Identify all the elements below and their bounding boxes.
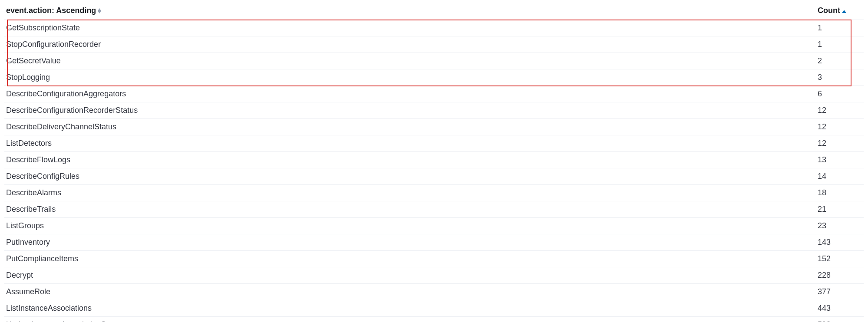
- cell-action: DescribeConfigurationAggregators: [4, 86, 816, 102]
- cell-count: 1: [816, 36, 864, 53]
- table-row[interactable]: ListDetectors12: [4, 135, 864, 152]
- column-header-action[interactable]: event.action: Ascending: [4, 3, 816, 20]
- events-table-wrap: event.action: Ascending Count: [4, 3, 864, 322]
- cell-action: PutInventory: [4, 234, 816, 251]
- cell-action: ListDetectors: [4, 135, 816, 152]
- table-row[interactable]: DescribeAlarms18: [4, 185, 864, 201]
- cell-count: 3: [816, 69, 864, 86]
- cell-count: 6: [816, 86, 864, 102]
- cell-action: Decrypt: [4, 267, 816, 284]
- table-row[interactable]: PutInventory143: [4, 234, 864, 251]
- cell-count: 1: [816, 20, 864, 36]
- cell-count: 18: [816, 185, 864, 201]
- table-row[interactable]: DescribeDeliveryChannelStatus12: [4, 119, 864, 135]
- table-row[interactable]: StopLogging3: [4, 69, 864, 86]
- table-row[interactable]: PutComplianceItems152: [4, 251, 864, 267]
- cell-action: DescribeConfigurationRecorderStatus: [4, 102, 816, 119]
- cell-count: 443: [816, 300, 864, 317]
- cell-action: ListInstanceAssociations: [4, 300, 816, 317]
- table-row[interactable]: GetSecretValue2: [4, 53, 864, 69]
- table-row[interactable]: DescribeConfigurationRecorderStatus12: [4, 102, 864, 119]
- cell-count: 13: [816, 152, 864, 168]
- column-header-count[interactable]: Count: [816, 3, 864, 20]
- cell-count: 143: [816, 234, 864, 251]
- cell-count: 12: [816, 102, 864, 119]
- table-row[interactable]: ListInstanceAssociations443: [4, 300, 864, 317]
- cell-count: 14: [816, 168, 864, 185]
- table-row[interactable]: DescribeFlowLogs13: [4, 152, 864, 168]
- cell-action: DescribeConfigRules: [4, 168, 816, 185]
- cell-action: StopConfigurationRecorder: [4, 36, 816, 53]
- cell-action: PutComplianceItems: [4, 251, 816, 267]
- table-row[interactable]: DescribeTrails21: [4, 201, 864, 218]
- cell-action: DescribeFlowLogs: [4, 152, 816, 168]
- cell-count: 12: [816, 119, 864, 135]
- column-header-action-label: event.action: Ascending: [6, 6, 96, 15]
- table-row[interactable]: ListGroups23: [4, 218, 864, 234]
- cell-action: GetSubscriptionState: [4, 20, 816, 36]
- cell-action: AssumeRole: [4, 284, 816, 300]
- sort-indicator-icon: [98, 8, 101, 13]
- cell-count: 12: [816, 135, 864, 152]
- table-row[interactable]: Decrypt228: [4, 267, 864, 284]
- cell-count: 23: [816, 218, 864, 234]
- cell-action: GetSecretValue: [4, 53, 816, 69]
- cell-action: UpdateInstanceAssociationStatus: [4, 317, 816, 322]
- cell-count: 228: [816, 267, 864, 284]
- cell-count: 377: [816, 284, 864, 300]
- cell-action: ListGroups: [4, 218, 816, 234]
- column-header-count-label: Count: [818, 6, 840, 15]
- table-row[interactable]: StopConfigurationRecorder1: [4, 36, 864, 53]
- sort-ascending-icon: [842, 6, 846, 15]
- table-row[interactable]: DescribeConfigRules14: [4, 168, 864, 185]
- events-table: event.action: Ascending Count: [4, 3, 864, 322]
- table-row[interactable]: GetSubscriptionState1: [4, 20, 864, 36]
- table-body: GetSubscriptionState1StopConfigurationRe…: [4, 20, 864, 322]
- cell-count: 21: [816, 201, 864, 218]
- cell-count: 592: [816, 317, 864, 322]
- table-row[interactable]: AssumeRole377: [4, 284, 864, 300]
- table-row[interactable]: DescribeConfigurationAggregators6: [4, 86, 864, 102]
- cell-count: 2: [816, 53, 864, 69]
- cell-action: DescribeAlarms: [4, 185, 816, 201]
- cell-action: DescribeDeliveryChannelStatus: [4, 119, 816, 135]
- table-row[interactable]: UpdateInstanceAssociationStatus592: [4, 317, 864, 322]
- cell-action: DescribeTrails: [4, 201, 816, 218]
- table-header-row: event.action: Ascending Count: [4, 3, 864, 20]
- cell-action: StopLogging: [4, 69, 816, 86]
- cell-count: 152: [816, 251, 864, 267]
